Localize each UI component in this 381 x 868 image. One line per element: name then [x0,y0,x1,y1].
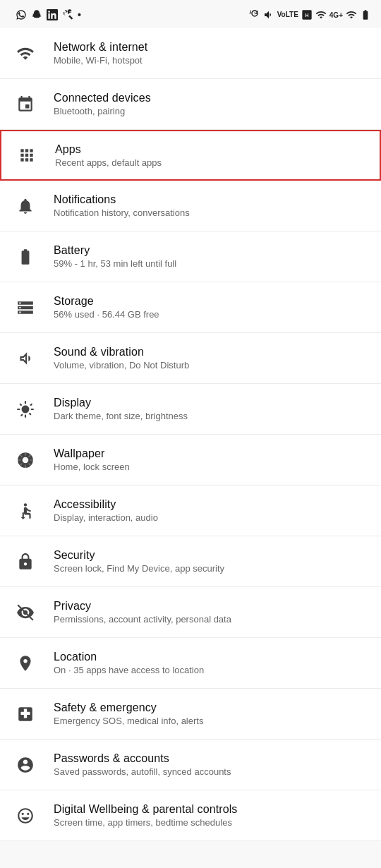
alarm-icon [249,9,260,20]
settings-item-accessibility[interactable]: Accessibility Display, interaction, audi… [0,486,381,536]
location-icon [11,649,40,677]
safety-icon [11,700,40,728]
settings-list: Network & internet Mobile, Wi-Fi, hotspo… [0,28,381,841]
security-icon [11,548,40,576]
settings-item-title: Notifications [54,193,370,206]
passwords-icon [11,751,40,779]
wifi-icon [346,9,357,20]
settings-item-subtitle: Notification history, conversations [54,207,370,218]
settings-item-subtitle: On · 35 apps have access to location [54,665,370,675]
privacy-icon [11,598,40,627]
settings-item-subtitle: Display, interaction, audio [54,512,370,523]
settings-item-title: Accessibility [54,498,370,511]
settings-item-subtitle: 59% - 1 hr, 53 min left until full [54,258,370,269]
network-type-icon: 4G+ [329,11,343,19]
signal-icon [315,9,327,20]
settings-item-security[interactable]: Security Screen lock, Find My Device, ap… [0,536,381,587]
settings-item-wallpaper[interactable]: Wallpaper Home, lock screen [0,435,381,486]
settings-item-storage[interactable]: Storage 56% used · 56.44 GB free [0,282,381,333]
settings-item-notifications[interactable]: Notifications Notification history, conv… [0,181,381,231]
settings-item-title: Display [54,397,370,409]
volte-icon: VoLTE [277,11,298,18]
storage-icon [11,294,40,322]
network-icon [11,40,40,68]
settings-item-title: Wallpaper [54,447,370,460]
wallpaper-icon [11,446,40,474]
settings-item-battery[interactable]: Battery 59% - 1 hr, 53 min left until fu… [0,231,381,282]
svg-point-2 [24,503,27,506]
settings-item-title: Sound & vibration [54,346,370,358]
settings-item-title: Digital Wellbeing & parental controls [54,803,370,816]
accessibility-icon [11,497,40,525]
settings-item-title: Safety & emergency [54,701,370,714]
status-left-icons: • [16,9,81,20]
sound-icon [11,344,40,373]
settings-item-subtitle: 56% used · 56.44 GB free [54,309,370,320]
status-bar: • VoLTE 4G+ [0,0,381,28]
wellbeing-icon [11,802,40,830]
whatsapp-icon [16,9,27,20]
settings-item-subtitle: Bluetooth, pairing [54,106,370,116]
settings-item-location[interactable]: Location On · 35 apps have access to loc… [0,638,381,689]
settings-item-subtitle: Volume, vibration, Do Not Disturb [54,360,370,370]
settings-item-display[interactable]: Display Dark theme, font size, brightnes… [0,384,381,435]
settings-item-title: Apps [55,143,368,156]
dot-icon: • [78,9,81,20]
settings-item-title: Network & internet [54,41,370,54]
battery-status-icon [360,9,371,20]
settings-item-subtitle: Permissions, account activity, personal … [54,614,370,625]
notifications-icon [11,192,40,220]
settings-item-subtitle: Mobile, Wi-Fi, hotspot [54,55,370,66]
settings-item-network[interactable]: Network & internet Mobile, Wi-Fi, hotspo… [0,28,381,79]
settings-item-passwords[interactable]: Passwords & accounts Saved passwords, au… [0,740,381,790]
settings-item-privacy[interactable]: Privacy Permissions, account activity, p… [0,587,381,638]
status-right-icons: VoLTE 4G+ [249,9,371,20]
settings-item-subtitle: Emergency SOS, medical info, alerts [54,716,370,726]
settings-item-safety[interactable]: Safety & emergency Emergency SOS, medica… [0,689,381,740]
settings-item-title: Location [54,651,370,663]
settings-item-title: Storage [54,295,370,308]
settings-item-title: Security [54,549,370,562]
settings-item-subtitle: Screen time, app timers, bedtime schedul… [54,817,370,828]
svg-point-1 [23,457,29,463]
snapchat-icon [31,9,42,20]
tools-icon [62,9,73,20]
display-icon [11,395,40,423]
nfc-icon [301,9,313,20]
settings-item-title: Battery [54,244,370,257]
linkedin-icon [47,9,58,20]
settings-item-sound[interactable]: Sound & vibration Volume, vibration, Do … [0,333,381,384]
settings-item-apps[interactable]: Apps Recent apps, default apps [0,130,381,181]
settings-item-connected-devices[interactable]: Connected devices Bluetooth, pairing [0,79,381,130]
settings-item-wellbeing[interactable]: Digital Wellbeing & parental controls Sc… [0,790,381,841]
apps-icon [13,141,41,169]
battery-icon [11,243,40,271]
settings-item-subtitle: Recent apps, default apps [55,157,368,168]
settings-item-subtitle: Saved passwords, autofill, synced accoun… [54,766,370,777]
settings-item-subtitle: Screen lock, Find My Device, app securit… [54,563,370,574]
settings-item-title: Connected devices [54,92,370,104]
settings-item-title: Privacy [54,600,370,613]
status-left: • [10,9,81,20]
connected-icon [11,90,40,119]
settings-item-subtitle: Dark theme, font size, brightness [54,411,370,421]
settings-item-title: Passwords & accounts [54,752,370,765]
settings-item-subtitle: Home, lock screen [54,462,370,472]
dolby-icon [263,9,274,20]
